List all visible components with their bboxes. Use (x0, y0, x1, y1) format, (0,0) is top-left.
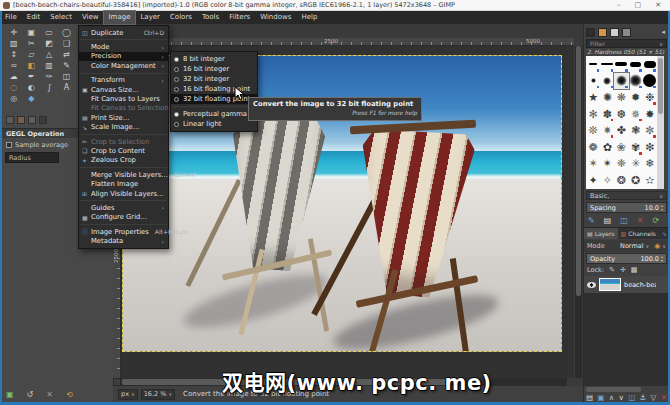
images-tab-icon[interactable] (39, 116, 47, 124)
flip-tool-icon[interactable]: ⇄ (58, 49, 76, 60)
brush-item[interactable]: ✻ (586, 106, 600, 123)
menu-item-precision[interactable]: Precision› (79, 52, 168, 61)
menu-item-16-bit-integer[interactable]: 16 bit integer (171, 64, 257, 74)
brush-item[interactable] (600, 56, 614, 73)
lower-layer-button[interactable]: ∨ (618, 393, 624, 402)
sample-average-row[interactable]: Sample average (6, 141, 68, 149)
new-layer-group-button[interactable]: ▣ (597, 393, 604, 402)
brush-item[interactable]: ❃ (629, 122, 643, 139)
tab-layers[interactable]: ▤Layers (584, 228, 618, 239)
warp-transform-tool-icon[interactable]: ≈ (5, 60, 23, 71)
layer-thumbnail[interactable] (599, 278, 621, 291)
close-button[interactable]: ✕ (655, 0, 661, 11)
brush-item[interactable]: ❉ (643, 89, 657, 106)
layer-row[interactable]: beach-beach-… (584, 276, 669, 293)
brush-item[interactable]: ✿ (600, 139, 614, 156)
menu-item-32-bit-integer[interactable]: 32 bit integer (171, 74, 257, 84)
tab-channels[interactable]: ▥Channels (618, 228, 659, 239)
rectangle-select-tool-icon[interactable]: ▭ (40, 27, 58, 38)
layer-visibility-eye-icon[interactable] (587, 282, 596, 288)
paths-tool-icon[interactable]: ∫ (40, 82, 58, 93)
opacity-slider[interactable]: Opacity 100.0 ▴▾ (586, 253, 667, 264)
menu-item-configure-grid[interactable]: ▦Configure Grid… (79, 213, 168, 222)
brush-item-selected[interactable] (614, 73, 628, 90)
ink-tool-icon[interactable]: ✒ (23, 71, 41, 82)
perspective-tool-icon[interactable]: △ (40, 49, 58, 60)
save-tool-preset-button[interactable]: ▣ (6, 390, 14, 399)
ellipse-select-tool-icon[interactable]: ◯ (58, 27, 76, 38)
dock-tab-brushes-icon[interactable] (586, 28, 595, 37)
gradient-tool-icon[interactable]: ▥ (40, 60, 58, 71)
lock-pixels-icon[interactable]: ✎ (609, 266, 615, 274)
brush-item[interactable] (600, 73, 614, 90)
brush-item[interactable]: ❂ (614, 172, 628, 189)
restore-tool-preset-button[interactable]: ↺ (27, 390, 34, 399)
dock-tab-patterns-icon[interactable] (598, 28, 607, 37)
titlebar[interactable]: [beach-beach-chairs-beautiful-358416] (i… (0, 0, 670, 11)
brush-item[interactable]: ✾ (629, 139, 643, 156)
brush-item[interactable]: ❇ (643, 139, 657, 156)
new-brush-button[interactable]: ▤ (604, 216, 612, 225)
device-status-tab-icon[interactable] (17, 116, 25, 124)
raise-layer-button[interactable]: ∧ (609, 393, 615, 402)
tool-options-tab-icon[interactable] (6, 116, 14, 124)
maximize-button[interactable]: ▢ (635, 0, 642, 11)
zoom-dropdown[interactable]: 16.2 % ∨ (141, 389, 175, 400)
unit-dropdown[interactable]: px ∨ (118, 389, 138, 400)
spin-arrows-icon[interactable]: ▴▾ (661, 255, 663, 262)
menubar-item-view[interactable]: View (77, 11, 104, 24)
brush-item[interactable]: ✶ (586, 156, 600, 173)
menu-item-transform[interactable]: Transform› (79, 76, 168, 85)
menu-item-canvas-size[interactable]: ▣Canvas Size… (79, 85, 168, 94)
brush-item[interactable]: ❋ (614, 89, 628, 106)
brush-item[interactable]: ✫ (643, 172, 657, 189)
brush-item[interactable]: ✺ (600, 89, 614, 106)
menu-item-image-properties[interactable]: ⓘImage PropertiesAlt+Return (79, 227, 168, 236)
alignment-tool-icon[interactable]: ▣ (23, 27, 41, 38)
brush-spacing-slider[interactable]: Spacing 10.0 ▴▾ (586, 202, 667, 213)
menu-item-mode[interactable]: Mode› (79, 42, 168, 51)
brush-item[interactable]: ❈ (614, 156, 628, 173)
menu-item-zealous-crop[interactable]: ✦Zealous Crop (79, 156, 168, 165)
menubar-item-help[interactable]: Help (296, 11, 322, 24)
brush-filter-combo[interactable]: Filter ∨ (586, 39, 667, 48)
dock-menu-icon[interactable]: ◂ (661, 28, 667, 36)
brush-item[interactable] (586, 73, 600, 90)
brush-item[interactable]: ❁ (586, 139, 600, 156)
menubar-item-colors[interactable]: Colors (165, 11, 197, 24)
layers-scrollbar[interactable] (586, 387, 641, 392)
menu-item-perceptual-gamma-srgb[interactable]: Perceptual gamma (sRGB) (171, 109, 257, 119)
brush-item[interactable] (586, 56, 600, 73)
undo-history-tab-icon[interactable] (28, 116, 36, 124)
layer-list-empty-area[interactable] (584, 293, 669, 386)
zoom-tool-icon[interactable]: ◎ (5, 93, 23, 104)
brush-item[interactable] (643, 73, 657, 90)
dock-tab-gradients-icon[interactable] (610, 28, 619, 37)
brush-item[interactable]: ✼ (643, 122, 657, 139)
menu-item-metadata[interactable]: Metadata› (79, 236, 168, 245)
gegl-operation-tool-icon[interactable]: ◆ (23, 93, 41, 104)
bucket-fill-tool-icon[interactable]: ◧ (23, 60, 41, 71)
airbrush-tool-icon[interactable]: ☁ (5, 71, 23, 82)
delete-tool-preset-button[interactable]: ✕ (46, 390, 53, 399)
brush-item[interactable] (614, 56, 628, 73)
text-tool-icon[interactable]: A (58, 82, 76, 93)
brush-tag-row[interactable]: Basic, ∨ (586, 191, 667, 200)
brush-item[interactable]: ✦ (586, 172, 600, 189)
menu-item-8-bit-integer[interactable]: 8 bit integer (171, 54, 257, 64)
brush-item[interactable]: ✪ (629, 172, 643, 189)
new-layer-button[interactable]: ▤ (586, 393, 593, 402)
brush-item[interactable]: ❊ (586, 122, 600, 139)
lock-position-icon[interactable]: ✛ (620, 266, 626, 274)
edit-brush-button[interactable]: ✎ (588, 216, 595, 225)
mode-dropdown[interactable]: Normal ∨ (620, 242, 649, 251)
menubar-item-select[interactable]: Select (45, 11, 77, 24)
brush-item[interactable]: ✴ (600, 156, 614, 173)
minimize-button[interactable]: – (617, 0, 621, 11)
brush-item[interactable] (629, 56, 643, 73)
spin-arrows-icon[interactable]: ▴▾ (661, 204, 663, 211)
brush-item[interactable] (643, 56, 657, 73)
clone-tool-icon[interactable]: ◫ (58, 71, 76, 82)
shear-tool-icon[interactable]: ▱ (23, 49, 41, 60)
dock-tab-fonts-icon[interactable] (622, 28, 631, 37)
